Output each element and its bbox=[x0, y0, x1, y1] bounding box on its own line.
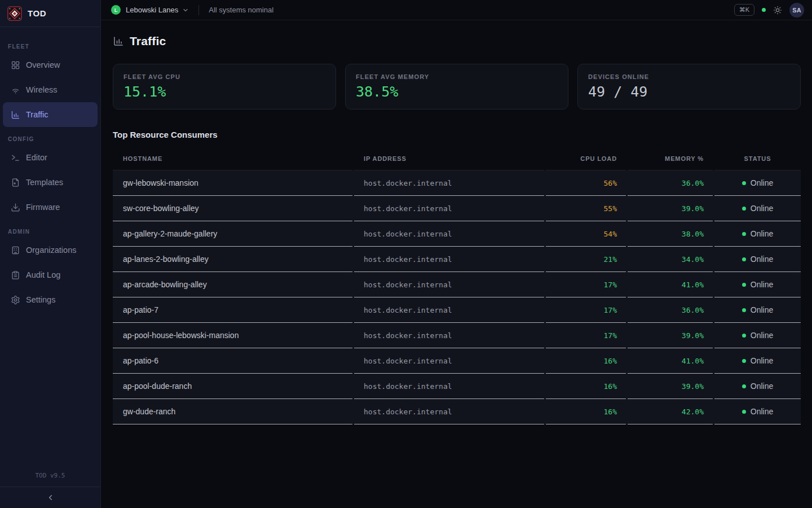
sidebar-nav: FLEET Overview Wireless Traffic CONFIG bbox=[0, 27, 100, 312]
chevron-left-icon bbox=[46, 493, 55, 502]
clipboard-icon bbox=[11, 270, 20, 280]
sidebar-collapse-button[interactable] bbox=[0, 487, 100, 508]
stat-card-devices-online: DEVICES ONLINE 49 / 49 bbox=[577, 64, 801, 110]
command-palette-button[interactable]: ⌘K bbox=[734, 4, 754, 16]
online-status-dot bbox=[742, 207, 746, 211]
chevron-down-icon[interactable] bbox=[182, 7, 189, 14]
sidebar-item-label: Wireless bbox=[26, 85, 58, 94]
stat-label: DEVICES ONLINE bbox=[588, 73, 790, 80]
sidebar-footer: TOD v9.5 bbox=[0, 466, 100, 508]
sidebar-item-editor[interactable]: Editor bbox=[3, 145, 98, 170]
stat-label: FLEET AVG MEMORY bbox=[356, 73, 558, 80]
status-cell: Online bbox=[714, 348, 801, 374]
cpu-load-cell: 17% bbox=[546, 297, 626, 323]
table-row[interactable]: gw-dude-ranch host.docker.internal 16% 4… bbox=[113, 399, 801, 424]
table-row[interactable]: gw-lebowski-mansion host.docker.internal… bbox=[113, 170, 801, 196]
table-row[interactable]: ap-pool-house-lebowski-mansion host.dock… bbox=[113, 323, 801, 348]
memory-cell: 42.0% bbox=[628, 399, 713, 424]
hostname-cell: ap-pool-dude-ranch bbox=[113, 374, 352, 399]
status-cell: Online bbox=[714, 297, 801, 323]
status-cell: Online bbox=[714, 196, 801, 221]
status-label: Online bbox=[751, 407, 773, 416]
status-label: Online bbox=[751, 229, 773, 238]
cpu-load-cell: 16% bbox=[546, 399, 626, 424]
online-status-dot bbox=[742, 359, 746, 363]
nav-section-admin: ADMIN bbox=[0, 229, 100, 235]
table-row[interactable]: ap-gallery-2-maude-gallery host.docker.i… bbox=[113, 221, 801, 247]
hostname-cell: ap-arcade-bowling-alley bbox=[113, 272, 352, 297]
org-switcher[interactable]: Lebowski Lanes bbox=[126, 6, 178, 14]
memory-cell: 38.0% bbox=[628, 221, 713, 247]
theme-toggle-sun-icon[interactable] bbox=[773, 6, 782, 15]
ip-address-cell: host.docker.internal bbox=[354, 374, 544, 399]
status-cell: Online bbox=[714, 323, 801, 348]
ip-address-cell: host.docker.internal bbox=[354, 170, 544, 196]
stat-cards: FLEET AVG CPU 15.1% FLEET AVG MEMORY 38.… bbox=[113, 64, 801, 110]
terminal-icon bbox=[11, 153, 20, 163]
online-status-dot bbox=[742, 283, 746, 287]
sidebar-item-label: Audit Log bbox=[26, 270, 60, 279]
app-version: TOD v9.5 bbox=[0, 466, 100, 487]
sidebar-item-templates[interactable]: Templates bbox=[3, 170, 98, 195]
table-row[interactable]: ap-lanes-2-bowling-alley host.docker.int… bbox=[113, 247, 801, 272]
download-icon bbox=[11, 203, 20, 212]
memory-cell: 41.0% bbox=[628, 272, 713, 297]
column-header-cpu-load: CPU LOAD bbox=[546, 147, 626, 170]
status-label: Online bbox=[751, 255, 773, 264]
table-title: Top Resource Consumers bbox=[113, 130, 801, 139]
sidebar-item-label: Settings bbox=[26, 295, 55, 304]
table-row[interactable]: ap-arcade-bowling-alley host.docker.inte… bbox=[113, 272, 801, 297]
cpu-load-cell: 21% bbox=[546, 247, 626, 272]
ip-address-cell: host.docker.internal bbox=[354, 196, 544, 221]
ip-address-cell: host.docker.internal bbox=[354, 348, 544, 374]
status-cell: Online bbox=[714, 374, 801, 399]
user-avatar[interactable]: SA bbox=[789, 3, 804, 17]
topbar-divider bbox=[198, 5, 199, 15]
hostname-cell: ap-patio-6 bbox=[113, 348, 352, 374]
sidebar-item-organizations[interactable]: Organizations bbox=[3, 238, 98, 262]
sidebar-item-label: Editor bbox=[26, 153, 47, 162]
memory-cell: 36.0% bbox=[628, 297, 713, 323]
hostname-cell: gw-dude-ranch bbox=[113, 399, 352, 424]
sidebar-item-wireless[interactable]: Wireless bbox=[3, 77, 98, 102]
hostname-cell: ap-pool-house-lebowski-mansion bbox=[113, 323, 352, 348]
page-header: Traffic bbox=[113, 34, 801, 48]
table-row[interactable]: ap-pool-dude-ranch host.docker.internal … bbox=[113, 374, 801, 399]
stat-card-fleet-avg-memory: FLEET AVG MEMORY 38.5% bbox=[345, 64, 568, 110]
online-status-dot bbox=[742, 410, 746, 414]
sidebar-item-overview[interactable]: Overview bbox=[3, 52, 98, 77]
sidebar-item-settings[interactable]: Settings bbox=[3, 287, 98, 312]
status-cell: Online bbox=[714, 221, 801, 247]
main-area: L Lebowski Lanes All systems nominal ⌘K … bbox=[101, 0, 812, 508]
memory-cell: 39.0% bbox=[628, 323, 713, 348]
online-status-dot bbox=[742, 181, 746, 185]
ip-address-cell: host.docker.internal bbox=[354, 399, 544, 424]
building-icon bbox=[11, 246, 20, 255]
status-cell: Online bbox=[714, 247, 801, 272]
status-label: Online bbox=[751, 178, 773, 187]
status-label: Online bbox=[751, 331, 773, 340]
stat-card-fleet-avg-cpu: FLEET AVG CPU 15.1% bbox=[113, 64, 336, 110]
sidebar-item-label: Templates bbox=[26, 178, 63, 187]
gear-icon bbox=[11, 295, 20, 305]
sidebar-item-label: Overview bbox=[26, 60, 60, 69]
table-row[interactable]: sw-core-bowling-alley host.docker.intern… bbox=[113, 196, 801, 221]
cpu-load-cell: 16% bbox=[546, 374, 626, 399]
cpu-load-cell: 54% bbox=[546, 221, 626, 247]
status-cell: Online bbox=[714, 170, 801, 196]
grid-icon bbox=[11, 60, 20, 70]
table-row[interactable]: ap-patio-7 host.docker.internal 17% 36.0… bbox=[113, 297, 801, 323]
column-header-status: STATUS bbox=[714, 147, 801, 170]
sidebar-item-label: Organizations bbox=[26, 246, 76, 255]
nav-section-fleet: FLEET bbox=[0, 43, 100, 50]
brand-name: TOD bbox=[28, 8, 46, 18]
top-resource-consumers-table: HOSTNAME IP ADDRESS CPU LOAD MEMORY % ST… bbox=[113, 147, 801, 424]
column-header-ip-address: IP ADDRESS bbox=[354, 147, 544, 170]
sidebar-item-firmware[interactable]: Firmware bbox=[3, 195, 98, 220]
ip-address-cell: host.docker.internal bbox=[354, 297, 544, 323]
sidebar-item-traffic[interactable]: Traffic bbox=[3, 102, 98, 127]
status-label: Online bbox=[751, 204, 773, 213]
hostname-cell: gw-lebowski-mansion bbox=[113, 170, 352, 196]
table-row[interactable]: ap-patio-6 host.docker.internal 16% 41.0… bbox=[113, 348, 801, 374]
sidebar-item-audit-log[interactable]: Audit Log bbox=[3, 262, 98, 287]
